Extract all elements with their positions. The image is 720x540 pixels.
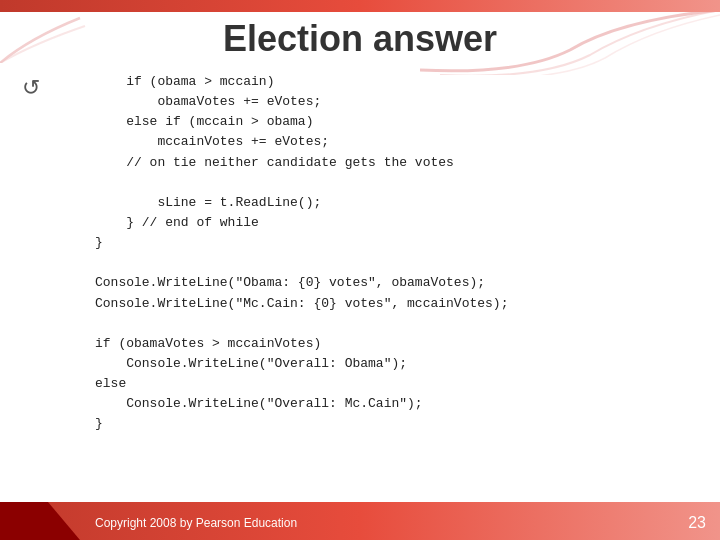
bottom-left-accent xyxy=(0,502,80,540)
copyright-text: Copyright 2008 by Pearson Education xyxy=(95,516,297,530)
page-number: 23 xyxy=(688,514,706,532)
top-bar xyxy=(0,0,720,12)
page-title: Election answer xyxy=(0,18,720,60)
code-block: if (obama > mccain) obamaVotes += eVotes… xyxy=(95,72,508,435)
bottom-bar: Copyright 2008 by Pearson Education 23 xyxy=(0,502,720,540)
bullet-symbol: ↺ xyxy=(22,75,40,101)
